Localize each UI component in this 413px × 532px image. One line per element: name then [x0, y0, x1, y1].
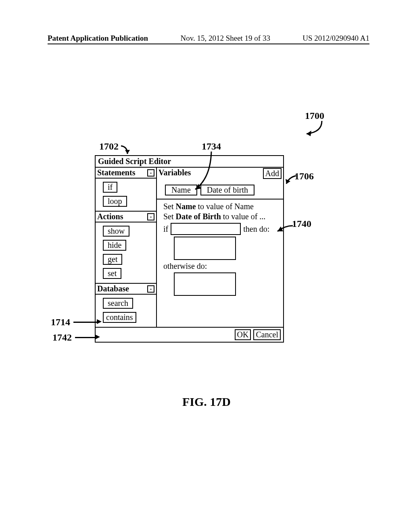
action-hide[interactable]: hide	[103, 240, 126, 251]
stmt-if[interactable]: if	[103, 182, 117, 193]
text: to value of ...	[221, 212, 266, 221]
editor-title: Guided Script Editor	[96, 156, 283, 168]
database-label: Database	[97, 284, 129, 293]
ok-button[interactable]: OK	[235, 329, 251, 340]
action-set[interactable]: set	[103, 268, 121, 279]
stmt-loop[interactable]: loop	[103, 196, 127, 207]
variable-chips: Name Date of birth	[157, 179, 283, 200]
right-pane: Variables Add Name Date of birth Set Nam…	[157, 168, 283, 327]
leader-1742	[75, 337, 96, 338]
ref-1742: 1742	[52, 332, 72, 343]
if-keyword: if	[163, 224, 168, 234]
collapse-icon[interactable]: -	[147, 169, 154, 177]
figure-caption: FIG. 17D	[0, 395, 413, 409]
variables-label: Variables	[159, 168, 191, 177]
bold: Name	[176, 202, 196, 211]
add-button[interactable]: Add	[263, 168, 282, 179]
db-contains[interactable]: contains	[103, 312, 136, 323]
database-header[interactable]: Database -	[96, 284, 156, 295]
page-header: Patent Application Publication Nov. 15, …	[48, 34, 369, 43]
pub-number: US 2012/0290940 A1	[302, 34, 369, 43]
text: to value of Name	[196, 202, 254, 211]
ref-1714: 1714	[51, 317, 70, 328]
text: Set	[163, 202, 176, 211]
var-dob[interactable]: Date of birth	[200, 185, 254, 195]
actions-body: show hide get set	[96, 222, 156, 284]
statements-body: if loop	[96, 179, 156, 212]
leader-1714	[73, 322, 98, 323]
var-name[interactable]: Name	[165, 185, 197, 195]
database-body: search contains	[96, 295, 156, 327]
condition-slot[interactable]	[171, 223, 241, 235]
actions-header[interactable]: Actions -	[96, 212, 156, 222]
svg-marker-0	[307, 131, 311, 136]
if-row: if then do:	[163, 223, 279, 235]
leader-1706	[282, 174, 298, 188]
script-line-2: Set Date of Birth to value of ...	[163, 212, 279, 221]
bold: Date of Birth	[176, 212, 221, 221]
statements-header[interactable]: Statements -	[96, 168, 156, 179]
editor-body: Statements - if loop Actions - show hide…	[96, 168, 283, 327]
sheet-info: Nov. 15, 2012 Sheet 19 of 33	[180, 34, 270, 43]
collapse-icon[interactable]: -	[147, 213, 154, 220]
editor-footer: OK Cancel	[96, 327, 283, 342]
action-get[interactable]: get	[103, 254, 122, 265]
then-keyword: then do:	[243, 224, 269, 234]
leader-1700	[302, 120, 326, 136]
svg-marker-3	[286, 179, 290, 184]
text: Set	[163, 212, 176, 221]
ref-1702: 1702	[99, 141, 119, 152]
statements-label: Statements	[97, 168, 135, 177]
script-area: Set Name to value of Name Set Date of Bi…	[157, 200, 283, 301]
pub-type: Patent Application Publication	[48, 34, 148, 43]
svg-marker-1	[125, 150, 130, 154]
else-keyword: otherwise do:	[163, 262, 279, 271]
variables-header: Variables Add	[157, 168, 283, 179]
db-search[interactable]: search	[103, 298, 133, 309]
header-rule	[48, 44, 369, 44]
then-block-slot[interactable]	[174, 237, 236, 260]
collapse-icon[interactable]: -	[147, 285, 154, 293]
ref-1700: 1700	[305, 110, 324, 121]
left-pane: Statements - if loop Actions - show hide…	[96, 168, 157, 327]
action-show[interactable]: show	[103, 226, 129, 237]
cancel-button[interactable]: Cancel	[253, 329, 281, 340]
guided-script-editor: Guided Script Editor Statements - if loo…	[95, 155, 284, 343]
actions-label: Actions	[97, 212, 123, 221]
else-block-slot[interactable]	[174, 272, 236, 296]
script-line-1: Set Name to value of Name	[163, 202, 279, 211]
